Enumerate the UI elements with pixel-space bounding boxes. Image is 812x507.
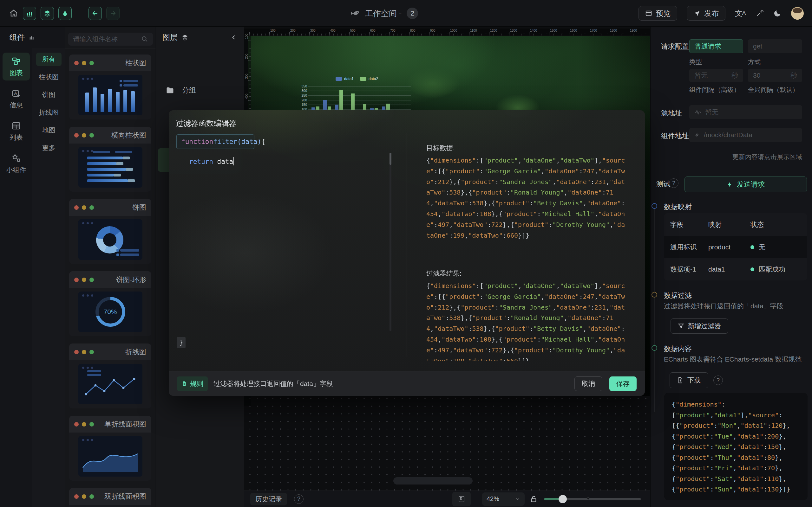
search-input[interactable]: [68, 33, 153, 46]
cancel-button[interactable]: 取消: [574, 377, 602, 391]
data-filter-desc: 过滤器将处理接口返回值的「data」字段: [664, 302, 807, 311]
component-sidebar: 组件 图表A信息列表小组件 所有柱状图饼图折线图地图更多: [0, 26, 65, 507]
data-content-desc: ECharts 图表需符合 ECharts-setdata 数据规范: [664, 355, 807, 364]
chart-panel-toggle-button[interactable]: [23, 7, 36, 20]
layers-panel-toggle-button[interactable]: [41, 7, 54, 20]
layers-icon: [44, 9, 51, 17]
filter-result-json: {"dimensions":["product","dataOne","data…: [426, 281, 628, 360]
component-card-title: 双折线面积图: [104, 492, 146, 501]
sidebar-item-label: 信息: [9, 101, 23, 110]
modal-title: 过滤器函数编辑器: [176, 118, 237, 128]
collapse-layer-panel-icon[interactable]: [231, 34, 237, 41]
rule-badge: 规则: [177, 377, 208, 391]
arrow-left-icon: [91, 9, 99, 17]
lock-icon[interactable]: [530, 495, 538, 504]
zoom-slider[interactable]: [544, 498, 641, 500]
horizontal-scrollbar[interactable]: [393, 477, 473, 485]
sidebar-item-图表[interactable]: 图表: [3, 53, 30, 80]
bar-chart-small-icon: [29, 34, 36, 41]
layer-panel-title: 图层: [162, 32, 177, 43]
code-editor-body-line[interactable]: return data: [189, 157, 234, 165]
avatar[interactable]: [791, 7, 804, 20]
category-tab[interactable]: 柱状图: [36, 70, 61, 83]
type-label: 类型: [689, 58, 702, 66]
zoom-level-select[interactable]: 42%: [482, 493, 525, 506]
undo-button[interactable]: [89, 7, 102, 20]
test-help-icon[interactable]: ?: [669, 178, 678, 188]
window-dots: [74, 494, 94, 499]
component-card[interactable]: 折线图: [69, 343, 151, 408]
component-card[interactable]: 柱状图: [69, 55, 151, 119]
chevron-down-icon: [515, 497, 520, 502]
workspace-badge: 2: [407, 8, 418, 19]
category-tab[interactable]: 饼图: [36, 88, 61, 101]
component-address-input[interactable]: /mock/chartData: [689, 128, 802, 142]
layer-item-group[interactable]: 分组: [165, 86, 196, 95]
component-thumbnail: 70%: [78, 291, 142, 332]
top-toolbar: 工作空间 - 2 预览 发布 文A: [0, 0, 812, 26]
preview-button[interactable]: 预览: [639, 6, 677, 20]
panel-layout-button[interactable]: [452, 492, 471, 506]
sidebar-item-label: 小组件: [6, 165, 26, 174]
category-tab[interactable]: 折线图: [36, 106, 61, 119]
code-editor-signature-line[interactable]: function filter(data) {: [176, 134, 254, 149]
send-icon: [693, 10, 700, 17]
component-card[interactable]: 单折线面积图: [69, 416, 151, 481]
zoom-slider-thumb[interactable]: [559, 495, 567, 503]
component-thumbnail: [78, 219, 142, 260]
sidebar-item-信息[interactable]: A信息: [3, 85, 30, 113]
save-button[interactable]: 保存: [609, 377, 637, 391]
history-button[interactable]: 历史记录: [250, 493, 287, 505]
component-interval-input[interactable]: 暂无秒: [689, 69, 743, 82]
magic-wand-icon[interactable]: [756, 9, 764, 17]
divider: [80, 9, 80, 18]
search-icon[interactable]: [141, 36, 148, 43]
bolt-icon: [727, 181, 733, 188]
source-address-input[interactable]: 暂无: [689, 105, 802, 119]
global-interval-input[interactable]: 30秒: [748, 69, 802, 82]
send-request-button[interactable]: 发送请求: [684, 176, 807, 192]
category-tab[interactable]: 更多: [36, 141, 61, 155]
filter-result-label: 过滤器结果:: [426, 269, 461, 278]
component-category-list: 所有柱状图饼图折线图地图更多: [32, 48, 65, 507]
legend-item[interactable]: data1: [336, 77, 354, 81]
content-section-dot: [652, 345, 657, 351]
category-tab[interactable]: 地图: [36, 124, 61, 137]
add-filter-button[interactable]: 新增过滤器: [670, 319, 728, 334]
component-interval-label: 组件间隔（高级）: [689, 86, 740, 94]
legend-item[interactable]: data2: [360, 77, 378, 81]
code-editor-scrollbar[interactable]: [390, 153, 392, 331]
chart-blocks-icon: [11, 56, 21, 66]
arrow-right-icon: [109, 9, 117, 17]
browser-icon: [645, 10, 652, 17]
component-card[interactable]: 饼图-环形70%: [69, 271, 151, 336]
drop-icon: [61, 9, 68, 17]
download-button[interactable]: 下载: [670, 372, 708, 388]
sidebar-item-label: 图表: [9, 68, 23, 77]
rule-description: 过滤器将处理接口返回值的「data」字段: [213, 379, 333, 388]
component-card[interactable]: 双折线面积图: [69, 488, 151, 507]
content-help-icon[interactable]: ?: [713, 376, 723, 385]
home-icon[interactable]: [9, 9, 18, 18]
workspace-title: 工作空间 -: [365, 8, 402, 19]
publish-button[interactable]: 发布: [687, 6, 725, 20]
component-card[interactable]: 横向柱状图: [69, 127, 151, 192]
funnel-icon: [678, 323, 684, 329]
file-download-icon: [677, 377, 683, 384]
component-card-title: 饼图: [132, 203, 146, 212]
component-thumbnail: [78, 75, 142, 115]
request-config-panel: 请求配置 普通请求 get 类型 方式 暂无秒 30秒 组件间隔（高级） 全局间…: [650, 26, 812, 507]
request-type-select[interactable]: 普通请求: [689, 39, 743, 53]
table-row: 通用标识product无: [664, 236, 807, 258]
request-method-select[interactable]: get: [748, 39, 802, 53]
component-card[interactable]: 饼图: [69, 199, 151, 264]
category-tab[interactable]: 所有: [36, 53, 61, 66]
redo-button[interactable]: [106, 7, 119, 20]
dark-mode-icon[interactable]: [773, 9, 781, 17]
sidebar-item-小组件[interactable]: 小组件: [3, 150, 30, 177]
help-icon[interactable]: ?: [294, 494, 304, 504]
sidebar-item-列表[interactable]: 列表: [3, 117, 30, 145]
details-panel-toggle-button[interactable]: [58, 7, 72, 20]
translate-icon[interactable]: 文A: [735, 8, 746, 18]
component-type-rail: 图表A信息列表小组件: [0, 48, 32, 177]
